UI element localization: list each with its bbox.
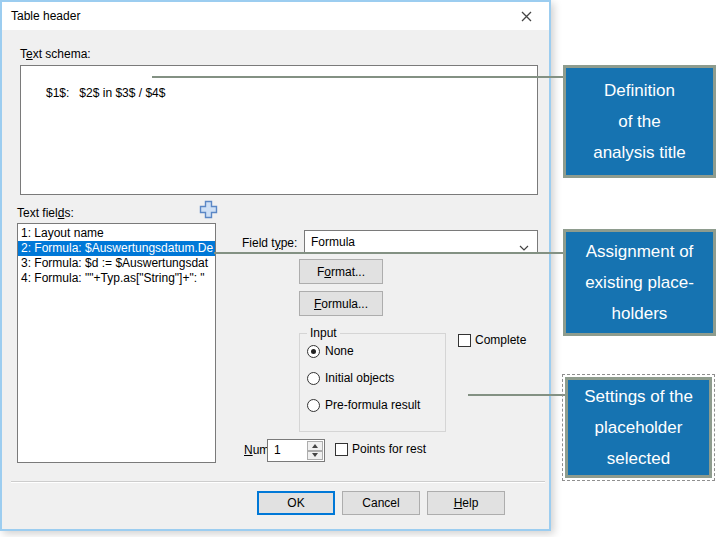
help-button[interactable]: Help: [427, 491, 505, 515]
callout-settings[interactable]: Settings of the placeholder selected: [565, 377, 712, 478]
divider: [11, 481, 545, 483]
page: Table header Text schema: $1$: $2$ in $3…: [0, 0, 719, 537]
field-type-dropdown[interactable]: Formula: [304, 230, 538, 254]
checkbox-icon: [458, 334, 471, 347]
radio-icon: [307, 345, 320, 358]
number-value: 1: [274, 443, 281, 457]
list-item[interactable]: 2: Formula: $Auswertungsdatum.De: [18, 241, 215, 256]
radio-pre-formula-result[interactable]: Pre-formula result: [307, 398, 420, 412]
checkbox-icon: [335, 443, 348, 456]
close-icon[interactable]: [504, 2, 549, 30]
connector-line-fields: [214, 252, 563, 254]
connector-line-settings: [468, 394, 565, 396]
list-item[interactable]: 4: Formula: ""+Typ.as["String"]+": ": [18, 271, 215, 286]
titlebar[interactable]: Table header: [2, 2, 549, 30]
schema-content: $1$: $2$ in $3$ / $4$: [46, 86, 165, 100]
callout-definition: Definition of the analysis title: [563, 65, 716, 178]
radio-none[interactable]: None: [307, 344, 354, 358]
field-type-label: Field type:: [242, 236, 297, 250]
table-header-dialog: Table header Text schema: $1$: $2$ in $3…: [0, 0, 551, 531]
field-type-value: Formula: [311, 235, 355, 249]
dialog-title: Table header: [2, 9, 80, 23]
add-field-icon[interactable]: [199, 200, 218, 219]
text-schema-editor[interactable]: $1$: $2$ in $3$ / $4$: [20, 65, 538, 195]
input-group-legend: Input: [307, 326, 340, 340]
radio-icon: [307, 399, 320, 412]
connector-line-schema: [152, 76, 563, 78]
radio-icon: [307, 372, 320, 385]
ok-button[interactable]: OK: [257, 491, 335, 515]
list-item[interactable]: 1: Layout name: [18, 226, 215, 241]
cancel-button[interactable]: Cancel: [342, 491, 420, 515]
spin-up-icon[interactable]: [307, 441, 323, 451]
format-button[interactable]: Format...: [299, 259, 383, 284]
text-fields-label: Text fields:: [17, 206, 74, 220]
number-stepper[interactable]: 1: [267, 439, 325, 462]
list-item[interactable]: 3: Formula: $d := $Auswertungsdat: [18, 256, 215, 271]
text-fields-list[interactable]: 1: Layout name 2: Formula: $Auswertungsd…: [17, 223, 216, 463]
callout-assignment: Assignment of existing place- holders: [563, 229, 716, 336]
points-for-rest-checkbox[interactable]: Points for rest: [335, 442, 426, 456]
complete-checkbox[interactable]: Complete: [458, 333, 526, 347]
text-schema-label: Text schema:: [20, 47, 91, 61]
radio-initial-objects[interactable]: Initial objects: [307, 371, 394, 385]
formula-button[interactable]: Formula...: [299, 291, 383, 316]
spin-down-icon[interactable]: [307, 451, 323, 461]
